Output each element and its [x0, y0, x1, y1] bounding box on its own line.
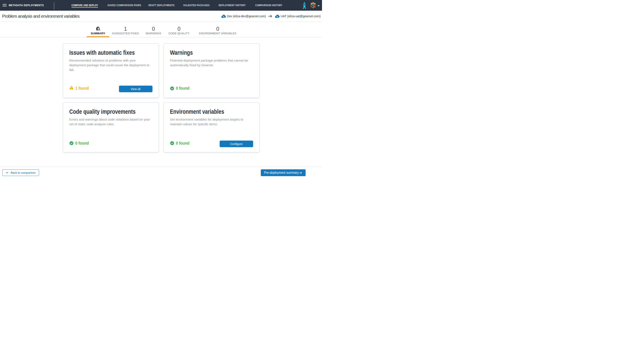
svg-text:D: D — [223, 15, 224, 18]
svg-text:D: D — [276, 15, 278, 18]
